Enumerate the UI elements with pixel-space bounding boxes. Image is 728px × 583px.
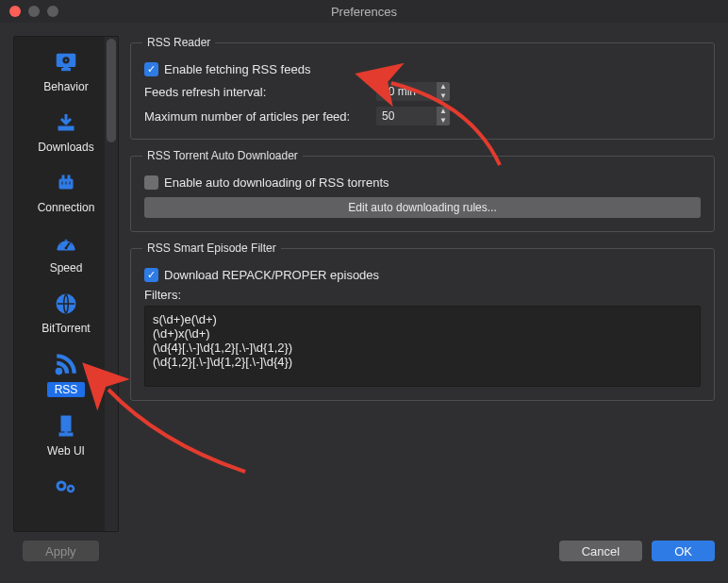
spin-down[interactable]: ▼ [437, 92, 450, 101]
repack-checkbox[interactable]: ✓ [144, 268, 158, 282]
svg-rect-20 [65, 431, 67, 433]
speed-icon [52, 229, 80, 258]
window-close-button[interactable] [9, 6, 21, 17]
downloads-icon [52, 108, 80, 137]
spin-up[interactable]: ▲ [437, 82, 450, 92]
group-legend: RSS Torrent Auto Downloader [142, 149, 303, 162]
svg-point-14 [65, 240, 67, 242]
svg-point-21 [58, 482, 65, 490]
title-bar: Preferences [0, 0, 728, 23]
sidebar-scrollbar[interactable] [105, 37, 118, 531]
apply-button[interactable]: Apply [23, 541, 99, 561]
svg-rect-8 [69, 181, 71, 185]
rss-reader-group: RSS Reader ✓ Enable fetching RSS feeds F… [130, 36, 715, 140]
max-articles-spinbox[interactable]: ▲▼ [376, 107, 452, 125]
sidebar-label: Downloads [38, 141, 93, 154]
spin-up[interactable]: ▲ [437, 107, 450, 116]
connection-icon [52, 169, 80, 197]
svg-rect-0 [57, 54, 75, 66]
sidebar-label: Web UI [47, 444, 85, 458]
behavior-icon [52, 48, 80, 76]
prefs-sidebar: Behavior Downloads Connection Speed BitT… [13, 36, 119, 532]
group-legend: RSS Reader [142, 36, 215, 49]
svg-point-17 [56, 368, 61, 375]
window-title: Preferences [0, 5, 728, 19]
scrollbar-thumb[interactable] [107, 39, 116, 142]
svg-rect-4 [58, 126, 74, 130]
enable-autodl-label: Enable auto downloading of RSS torrents [164, 175, 389, 190]
sidebar-item-advanced[interactable] [14, 467, 118, 510]
window-maximize-button[interactable] [47, 6, 58, 17]
sidebar-label: BitTorrent [41, 322, 90, 335]
max-articles-input[interactable] [376, 107, 437, 125]
filters-label: Filters: [144, 288, 701, 302]
bittorrent-icon [52, 290, 80, 318]
sidebar-label: Connection [38, 201, 95, 214]
svg-point-22 [68, 486, 74, 491]
refresh-interval-label: Feeds refresh interval: [144, 85, 371, 99]
sidebar-item-connection[interactable]: Connection [14, 163, 118, 224]
sidebar-item-downloads[interactable]: Downloads [14, 103, 118, 163]
edit-rules-button[interactable]: Edit auto downloading rules... [144, 197, 701, 218]
refresh-interval-spinbox[interactable]: ▲▼ [376, 82, 452, 101]
max-articles-label: Maximum number of articles per feed: [144, 109, 371, 124]
svg-rect-10 [68, 175, 70, 179]
enable-autodl-checkbox[interactable] [144, 175, 158, 190]
webui-icon [52, 412, 80, 441]
svg-point-13 [59, 243, 61, 245]
svg-rect-9 [62, 175, 64, 179]
footer: Apply Cancel OK [0, 532, 728, 570]
spin-down[interactable]: ▼ [437, 116, 450, 125]
refresh-interval-input[interactable] [376, 82, 437, 101]
sidebar-item-behavior[interactable]: Behavior [14, 42, 118, 103]
ok-button[interactable]: OK [652, 541, 715, 561]
repack-label: Download REPACK/PROPER episodes [164, 268, 379, 282]
gears-icon [52, 473, 80, 501]
svg-rect-2 [64, 66, 68, 68]
smart-filter-group: RSS Smart Episode Filter ✓ Download REPA… [130, 242, 715, 401]
sidebar-item-speed[interactable]: Speed [14, 224, 118, 284]
enable-rss-label: Enable fetching RSS feeds [164, 62, 310, 76]
sidebar-label: RSS [47, 382, 86, 397]
sidebar-item-webui[interactable]: Web UI [14, 407, 118, 467]
group-legend: RSS Smart Episode Filter [142, 242, 281, 255]
svg-point-15 [71, 243, 73, 245]
auto-downloader-group: RSS Torrent Auto Downloader Enable auto … [130, 149, 715, 232]
sidebar-label: Behavior [43, 80, 88, 93]
sidebar-item-bittorrent[interactable]: BitTorrent [14, 284, 118, 344]
svg-rect-6 [61, 181, 63, 185]
rss-icon [52, 350, 80, 378]
sidebar-label: Speed [50, 261, 83, 275]
svg-rect-18 [61, 416, 71, 431]
window-minimize-button[interactable] [28, 6, 40, 17]
prefs-panel: RSS Reader ✓ Enable fetching RSS feeds F… [130, 36, 715, 532]
sidebar-item-rss[interactable]: RSS [14, 344, 118, 407]
svg-rect-7 [65, 181, 67, 185]
filters-textarea[interactable]: s(\d+)e(\d+) (\d+)x(\d+) (\d{4}[.\-]\d{1… [144, 306, 701, 387]
cancel-button[interactable]: Cancel [559, 541, 642, 561]
enable-rss-checkbox[interactable]: ✓ [144, 62, 158, 76]
